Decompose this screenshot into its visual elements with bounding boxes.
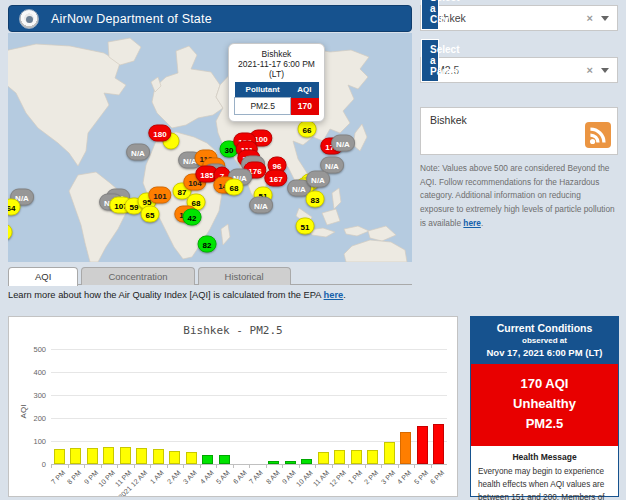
chart-bar[interactable] (400, 432, 411, 464)
chart-bar[interactable] (334, 450, 345, 464)
current-conditions-panel: Current Conditions observed at Nov 17, 2… (470, 316, 619, 497)
x-axis-tick (315, 464, 316, 468)
current-aqi-pollutant: PM2.5 (475, 414, 614, 434)
popup-aqi-value: 170 (291, 98, 319, 115)
map-marker[interactable]: 180 (148, 125, 171, 142)
learn-more-here-link[interactable]: here (324, 290, 344, 300)
chart-bar[interactable] (87, 448, 98, 464)
select-city-label: Select a City (421, 0, 439, 30)
chart-bar[interactable] (202, 455, 213, 464)
city-clear-icon[interactable]: × (587, 12, 593, 24)
rss-feed-icon[interactable] (585, 122, 611, 148)
map-marker[interactable]: 82 (198, 236, 217, 253)
x-axis-label: 5 AM (215, 469, 231, 485)
gridline (51, 372, 447, 373)
chart-bar[interactable] (433, 424, 444, 464)
chart-bar[interactable] (169, 451, 180, 464)
chart-bar[interactable] (367, 450, 378, 464)
map-marker[interactable]: N/A (306, 171, 330, 188)
health-message-body: Everyone may begin to experience health … (478, 466, 611, 500)
chart-bar[interactable] (219, 455, 230, 464)
tab-historical[interactable]: Historical (198, 267, 291, 285)
tab-bar: AQIConcentrationHistorical (8, 267, 412, 285)
health-message-block: Health Message Everyone may begin to exp… (471, 446, 618, 500)
city-caret-down-icon[interactable] (601, 16, 609, 21)
x-axis-tick (134, 464, 135, 468)
x-axis-tick (381, 464, 382, 468)
app-header: AirNow Department of State (8, 5, 412, 32)
gridline (51, 395, 447, 396)
map-marker[interactable]: 167 (264, 170, 287, 187)
chart-title: Bishkek - PM2.5 (9, 324, 457, 337)
map-marker[interactable]: N/A (331, 135, 355, 152)
map-marker[interactable]: 66 (298, 121, 317, 138)
y-axis-tick-label: 400 (33, 368, 46, 377)
chart-bar[interactable] (384, 442, 395, 464)
parameter-caret-down-icon[interactable] (601, 68, 609, 73)
x-axis-tick (200, 464, 201, 468)
y-axis-title: AQI (19, 404, 28, 418)
city-select-value: Bishkek (429, 12, 587, 24)
x-axis-label: 12 PM (327, 469, 346, 488)
aqi-chart-panel: Bishkek - PM2.5 AQI 01002003004005007 PM… (8, 316, 458, 497)
popup-col-aqi: AQI (291, 82, 319, 98)
map-marker[interactable]: 101 (148, 187, 171, 204)
x-axis-label: 2 PM (363, 469, 380, 486)
y-axis-tick-label: 0 (42, 460, 46, 469)
select-parameter-label: Select a Parameter (421, 39, 439, 82)
chart-bar[interactable] (417, 426, 428, 464)
tab-aqi[interactable]: AQI (8, 267, 78, 286)
x-axis-label: 8 PM (66, 469, 83, 486)
x-axis-label: 3 AM (182, 469, 198, 485)
note-here-link[interactable]: here (463, 218, 481, 228)
chart-bar[interactable] (351, 450, 362, 464)
popup-col-pollutant: Pollutant (235, 82, 291, 98)
chart-bar[interactable] (318, 452, 329, 464)
x-axis-tick (365, 464, 366, 468)
x-axis-tick (233, 464, 234, 468)
x-axis-tick (332, 464, 333, 468)
x-axis-tick (299, 464, 300, 468)
x-axis-tick (150, 464, 151, 468)
chart-bar[interactable] (136, 448, 147, 464)
chart-bar[interactable] (70, 448, 81, 464)
x-axis-tick (68, 464, 69, 468)
chart-bar[interactable] (301, 459, 312, 464)
x-axis-label: 1 PM (347, 469, 364, 486)
chart-bar[interactable] (285, 461, 296, 464)
x-axis-label: 4 AM (198, 469, 214, 485)
map-marker[interactable]: 83 (306, 191, 325, 208)
learn-more-suffix: . (343, 290, 346, 300)
chart-bar[interactable] (153, 449, 164, 464)
airnow-page: AirNow Department of State (0, 0, 626, 500)
chart-bar[interactable] (120, 447, 131, 464)
map-marker[interactable]: 68 (225, 179, 244, 196)
current-conditions-title: Current Conditions (475, 322, 614, 334)
chart-bar[interactable] (103, 447, 114, 464)
y-axis-tick-label: 500 (33, 345, 46, 354)
map-marker[interactable]: 65 (141, 206, 160, 223)
map-marker[interactable]: 51 (296, 218, 315, 235)
tab-concentration[interactable]: Concentration (81, 267, 194, 285)
map-marker[interactable]: 42 (183, 209, 202, 226)
chart-bar[interactable] (268, 461, 279, 464)
world-aqi-map[interactable]: N/A6492180N/AN/AN/A107599510165876810542… (8, 33, 412, 262)
x-axis-label: 11 AM (312, 469, 331, 488)
chart-bar[interactable] (54, 449, 65, 464)
note-text: Note: Values above 500 are considered Be… (420, 163, 615, 228)
x-axis-label: 8 AM (264, 469, 280, 485)
map-popup[interactable]: Bishkek 2021-11-17 6:00 PM (LT) Pollutan… (228, 43, 325, 122)
health-message-title: Health Message (478, 452, 611, 462)
note-period: . (481, 218, 483, 228)
chart-bar[interactable] (186, 452, 197, 464)
x-axis-tick (117, 464, 118, 468)
city-select[interactable]: Bishkek × (421, 6, 617, 30)
popup-pollutant-value: PM2.5 (235, 98, 291, 115)
x-axis-label: 10 AM (295, 469, 314, 488)
y-axis-tick-label: 300 (33, 391, 46, 400)
map-marker[interactable]: N/A (126, 144, 150, 161)
x-axis-tick (266, 464, 267, 468)
parameter-clear-icon[interactable]: × (587, 64, 593, 76)
x-axis-tick (84, 464, 85, 468)
map-marker[interactable]: N/A (249, 197, 273, 214)
